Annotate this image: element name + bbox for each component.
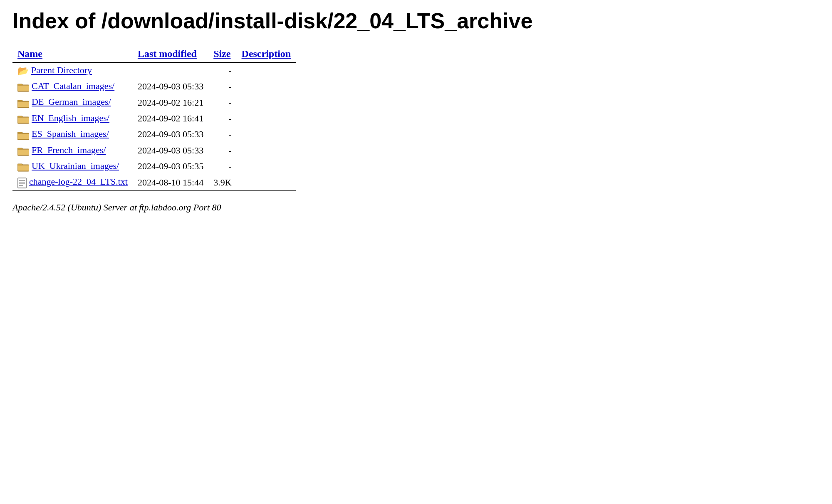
folder-icon xyxy=(17,81,29,92)
file-description-cell xyxy=(237,126,296,142)
file-name-cell: CAT_Catalan_images/ xyxy=(12,79,133,94)
file-size-cell: - xyxy=(208,111,236,126)
file-link[interactable]: change-log-22_04_LTS.txt xyxy=(29,176,128,187)
table-row: DE_German_images/2024-09-02 16:21- xyxy=(12,94,296,110)
table-footer-row xyxy=(12,191,296,198)
col-header-description: Description xyxy=(237,46,296,62)
file-modified-cell: 2024-08-10 15:44 xyxy=(133,174,208,191)
file-modified-cell: 2024-09-02 16:21 xyxy=(133,94,208,110)
file-size-cell: - xyxy=(208,126,236,142)
file-name-cell: change-log-22_04_LTS.txt xyxy=(12,174,133,191)
table-row: EN_English_images/2024-09-02 16:41- xyxy=(12,111,296,126)
file-modified-cell: 2024-09-02 16:41 xyxy=(133,111,208,126)
table-header-row: Name Last modified Size Description xyxy=(12,46,296,62)
file-modified-cell: 2024-09-03 05:33 xyxy=(133,79,208,94)
file-description-cell xyxy=(237,111,296,126)
file-size-cell: - xyxy=(208,158,236,174)
file-link[interactable]: EN_English_images/ xyxy=(32,113,109,123)
file-size-cell: - xyxy=(208,94,236,110)
table-row: 📂Parent Directory- xyxy=(12,62,296,79)
server-footer: Apache/2.4.52 (Ubuntu) Server at ftp.lab… xyxy=(12,202,820,213)
file-icon xyxy=(17,177,27,188)
file-size-cell: 3.9K xyxy=(208,174,236,191)
file-description-cell xyxy=(237,174,296,191)
file-link[interactable]: UK_Ukrainian_images/ xyxy=(32,161,119,171)
folder-icon xyxy=(17,97,29,109)
file-modified-cell: 2024-09-03 05:33 xyxy=(133,126,208,142)
table-row: ES_Spanish_images/2024-09-03 05:33- xyxy=(12,126,296,142)
file-description-cell xyxy=(237,158,296,174)
folder-icon xyxy=(17,161,29,173)
file-description-cell xyxy=(237,79,296,94)
file-name-cell: EN_English_images/ xyxy=(12,111,133,126)
svg-rect-18 xyxy=(18,178,26,188)
file-name-cell: UK_Ukrainian_images/ xyxy=(12,158,133,174)
svg-rect-2 xyxy=(17,85,29,91)
table-row: FR_French_images/2024-09-03 05:33- xyxy=(12,143,296,158)
folder-icon xyxy=(17,129,29,141)
table-footer-cell xyxy=(12,191,296,198)
file-link[interactable]: CAT_Catalan_images/ xyxy=(32,81,114,91)
col-header-name: Name xyxy=(12,46,133,62)
sort-by-name-link[interactable]: Name xyxy=(17,48,42,59)
sort-by-size-link[interactable]: Size xyxy=(213,48,230,59)
page-title: Index of /download/install-disk/22_04_LT… xyxy=(12,8,820,33)
file-name-cell: DE_German_images/ xyxy=(12,94,133,110)
table-row: change-log-22_04_LTS.txt2024-08-10 15:44… xyxy=(12,174,296,191)
svg-rect-11 xyxy=(17,133,29,139)
svg-rect-8 xyxy=(17,117,29,123)
file-link[interactable]: DE_German_images/ xyxy=(32,96,111,107)
file-modified-cell: 2024-09-03 05:35 xyxy=(133,158,208,174)
file-size-cell: - xyxy=(208,62,236,79)
svg-rect-17 xyxy=(17,165,29,171)
file-description-cell xyxy=(237,62,296,79)
file-name-cell: FR_French_images/ xyxy=(12,143,133,158)
file-listing-table: Name Last modified Size Description 📂Par… xyxy=(12,46,296,198)
svg-rect-14 xyxy=(17,149,29,155)
table-row: UK_Ukrainian_images/2024-09-03 05:35- xyxy=(12,158,296,174)
sort-by-description-link[interactable]: Description xyxy=(242,48,291,59)
file-size-cell: - xyxy=(208,143,236,158)
file-link[interactable]: Parent Directory xyxy=(31,65,92,75)
file-modified-cell xyxy=(133,62,208,79)
sort-by-modified-link[interactable]: Last modified xyxy=(138,48,197,59)
folder-icon xyxy=(17,113,29,124)
file-link[interactable]: ES_Spanish_images/ xyxy=(32,128,109,139)
file-name-cell: 📂Parent Directory xyxy=(12,62,133,79)
col-header-size: Size xyxy=(208,46,236,62)
file-description-cell xyxy=(237,94,296,110)
svg-rect-5 xyxy=(17,101,29,107)
parent-directory-icon: 📂 xyxy=(17,66,29,77)
table-row: CAT_Catalan_images/2024-09-03 05:33- xyxy=(12,79,296,94)
file-size-cell: - xyxy=(208,79,236,94)
folder-icon xyxy=(17,145,29,156)
file-description-cell xyxy=(237,143,296,158)
file-name-cell: ES_Spanish_images/ xyxy=(12,126,133,142)
col-header-modified: Last modified xyxy=(133,46,208,62)
file-modified-cell: 2024-09-03 05:33 xyxy=(133,143,208,158)
file-link[interactable]: FR_French_images/ xyxy=(32,145,106,155)
